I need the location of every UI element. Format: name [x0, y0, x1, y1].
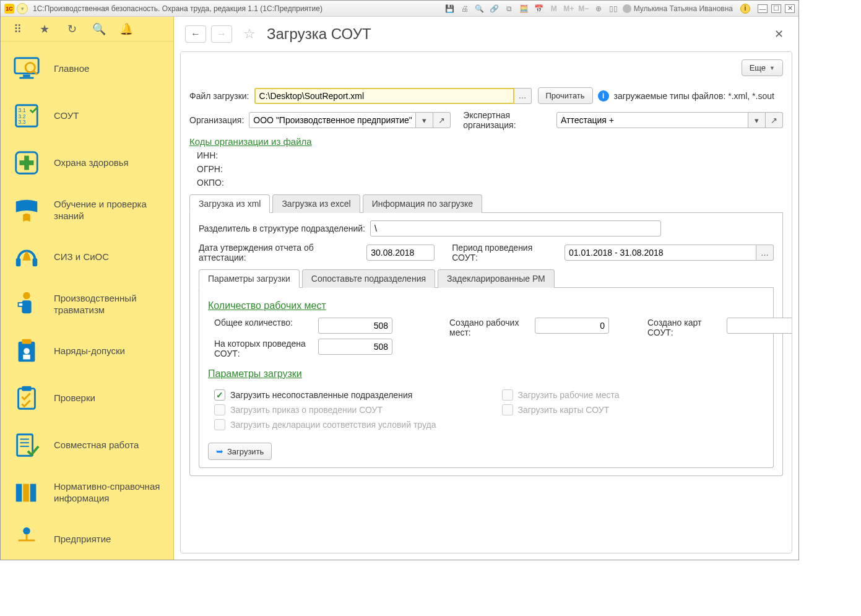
org-open-button[interactable]: ↗ [433, 112, 451, 128]
chk-load-declarations-label: Загрузить декларации соответствия услови… [230, 420, 436, 430]
user-name: Мулькина Татьяна Ивановна [634, 4, 733, 13]
m-minus-icon[interactable]: M− [578, 3, 589, 14]
file-browse-button[interactable]: … [514, 88, 532, 104]
created-cards-label: Создано карт СОУТ: [647, 318, 716, 337]
close-page-button[interactable]: ✕ [771, 24, 787, 45]
sidebar-item-inspections[interactable]: Проверки [1, 375, 173, 422]
main-area: ← → ☆ Загрузка СОУТ ✕ Еще▼ Файл загрузки… [174, 17, 798, 560]
expert-org-input[interactable] [556, 112, 748, 128]
maximize-button[interactable]: ☐ [771, 4, 781, 13]
sout-done-label: На которых проведена СОУТ: [214, 339, 307, 358]
sidebar-item-label: СОУТ [54, 110, 79, 122]
svg-point-30 [23, 527, 30, 535]
delimiter-input[interactable] [370, 220, 661, 236]
created-cards-input[interactable] [727, 318, 792, 334]
codes-link[interactable]: Коды организации из файла [189, 136, 312, 147]
nav-forward-button[interactable]: → [211, 25, 232, 43]
calc-icon[interactable]: 🧮 [519, 3, 530, 14]
sidebar-item-injury[interactable]: Производственный травматизм [1, 280, 173, 328]
chk-load-order-label: Загрузить приказ о проведении СОУТ [230, 405, 383, 415]
chk-load-unmatched-label: Загрузить несопоставленные подразделения [230, 390, 412, 400]
sidebar-item-collaboration[interactable]: Совместная работа [1, 422, 173, 469]
panels-icon[interactable]: ▯▯ [608, 3, 619, 14]
headphones-glove-icon [11, 241, 43, 273]
minimize-button[interactable]: — [758, 4, 768, 13]
binders-icon [11, 476, 43, 508]
m-icon[interactable]: M [548, 3, 560, 14]
approval-date-input[interactable] [366, 245, 435, 261]
org-dropdown-button[interactable]: ▾ [416, 112, 433, 128]
sout-done-input[interactable] [318, 339, 392, 355]
sidebar-item-permits[interactable]: Наряды-допуски [1, 328, 173, 375]
chk-load-declarations [214, 419, 225, 430]
okpo-label: ОКПО: [197, 178, 783, 188]
sidebar-toolbar: ⠿ ★ ↻ 🔍 🔔 [1, 17, 173, 41]
search-icon[interactable]: 🔍 [474, 3, 485, 14]
svg-rect-12 [16, 258, 21, 266]
total-input[interactable] [318, 318, 392, 334]
subtab-params[interactable]: Параметры загрузки [199, 269, 300, 288]
svg-rect-18 [22, 339, 31, 344]
inner-tabs: Параметры загрузки Сопоставьте подраздел… [199, 269, 774, 288]
sidebar-item-training[interactable]: Обучение и проверка знаний [1, 186, 173, 233]
sidebar-item-label: Охрана здоровья [54, 157, 129, 169]
m-plus-icon[interactable]: M+ [563, 3, 574, 14]
favorite-star-icon[interactable]: ☆ [243, 26, 256, 42]
search-sidebar-icon[interactable]: 🔍 [92, 22, 106, 36]
app-menu-dropdown[interactable]: ▾ [17, 3, 28, 14]
more-button[interactable]: Еще▼ [742, 59, 783, 76]
file-input[interactable] [254, 88, 514, 104]
org-input[interactable] [249, 112, 416, 128]
expert-org-dropdown-button[interactable]: ▾ [748, 112, 766, 128]
sidebar-item-label: Обучение и проверка знаний [54, 198, 163, 222]
history-icon[interactable]: ↻ [65, 22, 79, 36]
period-label: Период проведения СОУТ: [452, 243, 560, 262]
save-icon[interactable]: 💾 [444, 3, 456, 14]
print-icon[interactable]: 🖨 [459, 3, 470, 14]
subtab-declared[interactable]: Задекларированные РМ [438, 269, 555, 288]
period-input[interactable] [565, 245, 756, 261]
medical-icon [11, 147, 43, 179]
compare-icon[interactable]: ⧉ [504, 3, 515, 14]
chk-load-order [214, 404, 225, 415]
read-button[interactable]: Прочитать [538, 87, 593, 104]
expert-org-open-button[interactable]: ↗ [766, 112, 783, 128]
sidebar-item-label: Совместная работа [54, 439, 139, 451]
file-label: Файл загрузки: [189, 91, 249, 101]
sections-menu-icon[interactable]: ⠿ [11, 22, 24, 36]
favorites-icon[interactable]: ★ [38, 22, 51, 36]
calendar-icon[interactable]: 📅 [534, 3, 545, 14]
sidebar-item-health[interactable]: Охрана здоровья [1, 139, 173, 186]
nav-back-button[interactable]: ← [185, 25, 206, 43]
sidebar-item-reference[interactable]: Нормативно-справочная информация [1, 469, 173, 516]
info-icon[interactable]: i [740, 4, 750, 14]
sidebar-item-siz[interactable]: СИЗ и СиОС [1, 233, 173, 280]
link-icon[interactable]: 🔗 [489, 3, 500, 14]
app-title: 1С:Производственная безопасность. Охрана… [33, 4, 322, 13]
created-wp-input[interactable] [535, 318, 609, 334]
period-picker-button[interactable]: … [756, 245, 774, 261]
load-button[interactable]: ➥ Загрузить [208, 443, 272, 460]
clipboard-check-icon [11, 382, 43, 414]
avatar-icon [623, 4, 631, 13]
sidebar-item-enterprise[interactable]: Предприятие [1, 516, 173, 560]
tab-load-info[interactable]: Информация по загрузке [363, 194, 482, 213]
svg-rect-2 [20, 77, 34, 79]
tab-load-xml[interactable]: Загрузка из xml [189, 194, 270, 213]
sidebar-item-sout[interactable]: 3.13.23.3 СОУТ [1, 92, 173, 139]
tab-load-excel[interactable]: Загрузка из excel [272, 194, 360, 213]
book-icon [11, 194, 43, 226]
chk-load-unmatched[interactable] [214, 389, 225, 401]
subtab-match[interactable]: Сопоставьте подразделения [302, 269, 435, 288]
params-heading: Параметры загрузки [208, 368, 764, 380]
approval-date-label: Дата утверждения отчета об аттестации: [199, 243, 361, 262]
page-title: Загрузка СОУТ [267, 25, 371, 43]
notifications-icon[interactable]: 🔔 [119, 22, 133, 36]
info-icon[interactable]: i [598, 90, 609, 102]
svg-rect-29 [30, 484, 37, 502]
sidebar-item-label: Нормативно-справочная информация [54, 480, 163, 505]
zoom-icon[interactable]: ⊕ [593, 3, 604, 14]
user-badge[interactable]: Мулькина Татьяна Ивановна [619, 4, 737, 13]
close-button[interactable]: ✕ [785, 4, 795, 13]
sidebar-item-main[interactable]: Главное [1, 45, 173, 92]
